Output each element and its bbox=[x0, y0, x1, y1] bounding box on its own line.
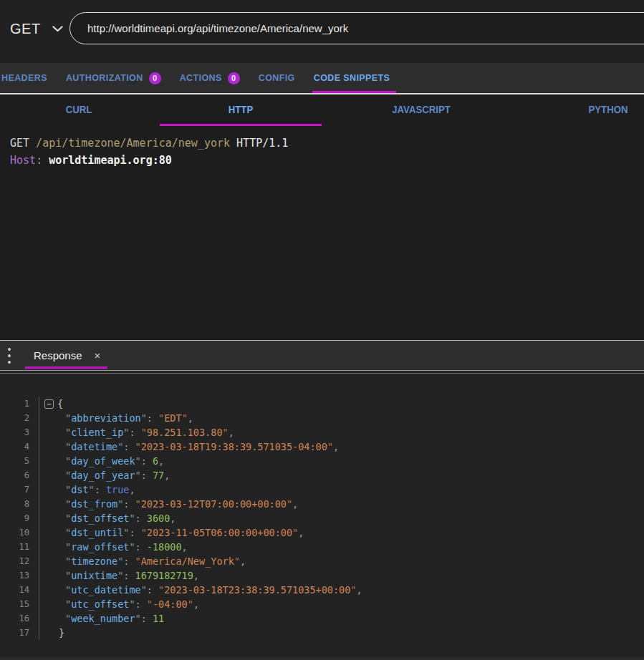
quote: " bbox=[188, 598, 193, 610]
count-badge: 0 bbox=[149, 72, 161, 84]
colon: : bbox=[95, 484, 106, 495]
snippet-line: Host: worldtimeapi.org:80 bbox=[10, 152, 644, 169]
snippet-tab-http[interactable]: HTTP bbox=[226, 103, 254, 115]
json-number-value: 6 bbox=[153, 455, 158, 467]
quote: " bbox=[65, 598, 71, 610]
comma: , bbox=[193, 598, 199, 610]
json-string-value: 2023-03-18T19:38:39.571035-04:00 bbox=[141, 441, 327, 452]
method-dropdown[interactable]: GET bbox=[10, 13, 63, 44]
quote: " bbox=[65, 555, 71, 567]
request-bar: GET http://worldtimeapi.org/api/timezone… bbox=[0, 0, 644, 63]
close-icon[interactable]: × bbox=[95, 350, 101, 361]
tab-actions[interactable]: ACTIONS0 bbox=[178, 63, 241, 93]
json-key: datetime bbox=[71, 441, 117, 452]
line-number: 8 bbox=[0, 497, 39, 511]
quote: " bbox=[135, 441, 141, 452]
json-number-value: 11 bbox=[153, 613, 164, 624]
quote: " bbox=[350, 584, 356, 596]
json-line: 10"dst_until": "2023-11-05T06:00:00+00:0… bbox=[0, 525, 644, 540]
tab-label: AUTHORIZATION bbox=[66, 73, 143, 83]
json-key: dst_from bbox=[71, 498, 117, 510]
json-key: day_of_year bbox=[71, 470, 135, 481]
snippet-tab-python[interactable]: PYTHON bbox=[586, 103, 631, 115]
json-line: 15"utc_offset": "-04:00", bbox=[0, 597, 644, 611]
comma: , bbox=[193, 570, 199, 581]
active-tab-underline bbox=[160, 124, 322, 126]
comma: , bbox=[240, 555, 246, 567]
quote: " bbox=[129, 513, 135, 524]
json-line: 3"client_ip": "98.251.103.80", bbox=[0, 425, 644, 440]
quote: " bbox=[123, 527, 129, 538]
quote: " bbox=[135, 555, 141, 567]
line-number: 7 bbox=[0, 482, 39, 497]
quote: " bbox=[89, 484, 95, 495]
tab-config[interactable]: CONFIG bbox=[257, 63, 297, 93]
quote: " bbox=[65, 541, 71, 553]
request-tabs: HEADERSAUTHORIZATION0ACTIONS0CONFIGCODE … bbox=[0, 63, 644, 94]
quote: " bbox=[234, 555, 240, 567]
snippet-tab-label: HTTP bbox=[229, 103, 253, 115]
line-number: 4 bbox=[0, 440, 39, 454]
quote: " bbox=[65, 441, 71, 452]
quote: " bbox=[65, 412, 71, 424]
snippet-token: HTTP/1.1 bbox=[230, 137, 288, 150]
colon: : bbox=[147, 412, 158, 424]
json-line-content: "dst_until": "2023-11-05T06:00:00+00:00"… bbox=[39, 527, 304, 538]
snippet-line: GET /api/timezone/America/new_york HTTP/… bbox=[10, 135, 644, 152]
json-line: 13"unixtime": 1679182719, bbox=[0, 568, 644, 583]
json-string-value: -04:00 bbox=[153, 598, 188, 610]
line-number: 13 bbox=[0, 568, 39, 583]
colon: : bbox=[129, 527, 140, 538]
tab-authorization[interactable]: AUTHORIZATION0 bbox=[64, 63, 163, 93]
comma: , bbox=[164, 470, 170, 481]
snippet-tab-curl[interactable]: CURL bbox=[64, 103, 94, 115]
json-number-value: 3600 bbox=[147, 513, 170, 524]
json-line: 8"dst_from": "2023-03-12T07:00:00+00:00"… bbox=[0, 497, 644, 511]
url-input[interactable]: http://worldtimeapi.org/api/timezone/Ame… bbox=[69, 12, 644, 44]
snippet-tab-javascript[interactable]: JAVASCRIPT bbox=[388, 103, 455, 115]
json-string-value: 98.251.103.80 bbox=[147, 427, 223, 438]
url-text: http://worldtimeapi.org/api/timezone/Ame… bbox=[70, 22, 348, 34]
comma: , bbox=[229, 427, 234, 438]
tab-label: ACTIONS bbox=[180, 73, 222, 83]
json-boolean-value: true bbox=[106, 484, 130, 495]
json-line: 11"raw_offset": -18000, bbox=[0, 540, 644, 554]
json-line-content: "day_of_year": 77, bbox=[39, 470, 170, 481]
quote: " bbox=[287, 498, 292, 510]
colon: : bbox=[135, 598, 147, 610]
json-line-content: "dst_from": "2023-03-12T07:00:00+00:00", bbox=[39, 498, 298, 510]
tab-code-snippets[interactable]: CODE SNIPPETS bbox=[312, 63, 392, 93]
json-line-content: "client_ip": "98.251.103.80", bbox=[39, 427, 234, 438]
json-string-value: America/New_York bbox=[141, 555, 234, 567]
quote: " bbox=[158, 584, 164, 596]
json-line: 2"abbreviation": "EDT", bbox=[0, 411, 644, 425]
kebab-menu-icon[interactable] bbox=[5, 345, 14, 367]
quote: " bbox=[141, 412, 147, 424]
json-string-value: 2023-03-12T07:00:00+00:00 bbox=[141, 498, 287, 510]
colon: : bbox=[123, 441, 135, 452]
json-number-value: -18000 bbox=[147, 541, 182, 553]
tab-headers[interactable]: HEADERS bbox=[0, 63, 49, 93]
json-line-content: "week_number": 11 bbox=[39, 613, 164, 624]
response-header: Response × bbox=[0, 340, 644, 371]
json-key: timezone bbox=[71, 555, 117, 567]
tab-label: CONFIG bbox=[259, 73, 295, 83]
comma: , bbox=[356, 584, 362, 596]
quote: " bbox=[135, 455, 141, 467]
colon: : bbox=[123, 555, 135, 567]
line-number: 15 bbox=[0, 597, 39, 611]
quote: " bbox=[147, 598, 153, 610]
line-number: 9 bbox=[0, 511, 39, 525]
quote: " bbox=[65, 584, 71, 596]
json-line: 1−{ bbox=[0, 397, 644, 411]
json-line-content: "day_of_week": 6, bbox=[39, 455, 164, 467]
tab-response[interactable]: Response × bbox=[25, 341, 107, 370]
quote: " bbox=[117, 498, 123, 510]
line-number: 12 bbox=[0, 554, 39, 568]
snippet-tab-label: CURL bbox=[66, 103, 92, 115]
json-line: 12"timezone": "America/New_York", bbox=[0, 554, 644, 568]
json-line: 17} bbox=[0, 626, 644, 640]
json-line: 14"utc_datetime": "2023-03-18T23:38:39.5… bbox=[0, 583, 644, 597]
collapse-icon[interactable]: − bbox=[44, 399, 54, 409]
line-number: 2 bbox=[0, 411, 39, 425]
